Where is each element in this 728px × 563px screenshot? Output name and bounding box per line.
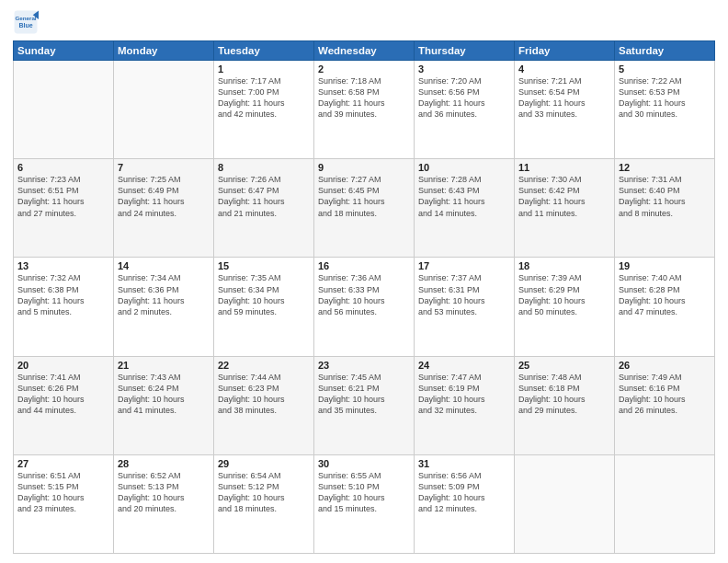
day-cell: 12Sunrise: 7:31 AM Sunset: 6:40 PM Dayli… xyxy=(615,159,715,258)
day-number: 25 xyxy=(518,360,610,371)
day-info: Sunrise: 6:52 AM Sunset: 5:13 PM Dayligh… xyxy=(118,470,210,515)
day-info: Sunrise: 7:25 AM Sunset: 6:49 PM Dayligh… xyxy=(118,174,210,219)
day-cell: 7Sunrise: 7:25 AM Sunset: 6:49 PM Daylig… xyxy=(114,159,214,258)
day-cell: 13Sunrise: 7:32 AM Sunset: 6:38 PM Dayli… xyxy=(14,258,114,356)
calendar-header: SundayMondayTuesdayWednesdayThursdayFrid… xyxy=(14,41,715,61)
day-cell: 20Sunrise: 7:41 AM Sunset: 6:26 PM Dayli… xyxy=(14,356,114,454)
day-info: Sunrise: 7:32 AM Sunset: 6:38 PM Dayligh… xyxy=(17,272,109,317)
day-cell: 28Sunrise: 6:52 AM Sunset: 5:13 PM Dayli… xyxy=(114,454,214,553)
calendar-body: 1Sunrise: 7:17 AM Sunset: 7:00 PM Daylig… xyxy=(14,61,715,554)
day-cell: 24Sunrise: 7:47 AM Sunset: 6:19 PM Dayli… xyxy=(415,356,515,454)
week-row-2: 6Sunrise: 7:23 AM Sunset: 6:51 PM Daylig… xyxy=(14,159,715,258)
day-cell: 26Sunrise: 7:49 AM Sunset: 6:16 PM Dayli… xyxy=(615,356,715,454)
day-info: Sunrise: 6:51 AM Sunset: 5:15 PM Dayligh… xyxy=(17,470,109,515)
day-number: 20 xyxy=(17,360,109,371)
day-cell: 6Sunrise: 7:23 AM Sunset: 6:51 PM Daylig… xyxy=(14,159,114,258)
day-info: Sunrise: 6:55 AM Sunset: 5:10 PM Dayligh… xyxy=(318,470,410,515)
day-info: Sunrise: 7:44 AM Sunset: 6:23 PM Dayligh… xyxy=(218,372,310,417)
day-number: 24 xyxy=(418,360,510,371)
day-cell: 29Sunrise: 6:54 AM Sunset: 5:12 PM Dayli… xyxy=(214,454,314,553)
day-info: Sunrise: 7:31 AM Sunset: 6:40 PM Dayligh… xyxy=(619,174,711,219)
day-cell: 27Sunrise: 6:51 AM Sunset: 5:15 PM Dayli… xyxy=(14,454,114,553)
day-cell: 19Sunrise: 7:40 AM Sunset: 6:28 PM Dayli… xyxy=(615,258,715,356)
calendar-table: SundayMondayTuesdayWednesdayThursdayFrid… xyxy=(13,40,715,554)
day-cell: 15Sunrise: 7:35 AM Sunset: 6:34 PM Dayli… xyxy=(214,258,314,356)
day-info: Sunrise: 7:43 AM Sunset: 6:24 PM Dayligh… xyxy=(118,372,210,417)
header-row: SundayMondayTuesdayWednesdayThursdayFrid… xyxy=(14,41,715,61)
day-cell xyxy=(515,454,615,553)
day-info: Sunrise: 7:28 AM Sunset: 6:43 PM Dayligh… xyxy=(418,174,510,219)
day-info: Sunrise: 7:36 AM Sunset: 6:33 PM Dayligh… xyxy=(318,272,410,317)
header-cell-sunday: Sunday xyxy=(14,41,114,61)
day-number: 3 xyxy=(418,63,510,75)
day-cell: 21Sunrise: 7:43 AM Sunset: 6:24 PM Dayli… xyxy=(114,356,214,454)
day-number: 27 xyxy=(17,458,109,469)
day-number: 5 xyxy=(619,63,711,75)
day-info: Sunrise: 7:23 AM Sunset: 6:51 PM Dayligh… xyxy=(17,174,109,219)
header-cell-wednesday: Wednesday xyxy=(314,41,415,61)
day-info: Sunrise: 7:41 AM Sunset: 6:26 PM Dayligh… xyxy=(17,372,109,417)
week-row-3: 13Sunrise: 7:32 AM Sunset: 6:38 PM Dayli… xyxy=(14,258,715,356)
header-cell-tuesday: Tuesday xyxy=(214,41,314,61)
day-cell xyxy=(14,61,114,159)
day-cell: 5Sunrise: 7:22 AM Sunset: 6:53 PM Daylig… xyxy=(615,61,715,159)
logo-icon: General Blue xyxy=(13,9,39,35)
day-info: Sunrise: 6:56 AM Sunset: 5:09 PM Dayligh… xyxy=(418,470,510,515)
svg-text:General: General xyxy=(15,15,36,21)
day-cell: 2Sunrise: 7:18 AM Sunset: 6:58 PM Daylig… xyxy=(314,61,415,159)
day-info: Sunrise: 7:26 AM Sunset: 6:47 PM Dayligh… xyxy=(218,174,310,219)
header-cell-monday: Monday xyxy=(114,41,214,61)
day-cell: 10Sunrise: 7:28 AM Sunset: 6:43 PM Dayli… xyxy=(415,159,515,258)
day-info: Sunrise: 7:47 AM Sunset: 6:19 PM Dayligh… xyxy=(418,372,510,417)
day-info: Sunrise: 6:54 AM Sunset: 5:12 PM Dayligh… xyxy=(218,470,310,515)
day-cell: 25Sunrise: 7:48 AM Sunset: 6:18 PM Dayli… xyxy=(515,356,615,454)
day-number: 15 xyxy=(218,260,310,271)
day-cell: 16Sunrise: 7:36 AM Sunset: 6:33 PM Dayli… xyxy=(314,258,415,356)
day-number: 4 xyxy=(518,63,610,75)
day-number: 8 xyxy=(218,162,310,173)
day-number: 22 xyxy=(218,360,310,371)
day-cell: 3Sunrise: 7:20 AM Sunset: 6:56 PM Daylig… xyxy=(415,61,515,159)
day-number: 12 xyxy=(619,162,711,173)
day-info: Sunrise: 7:17 AM Sunset: 7:00 PM Dayligh… xyxy=(218,75,310,121)
day-number: 2 xyxy=(318,63,410,75)
day-number: 23 xyxy=(318,360,410,371)
day-number: 16 xyxy=(318,260,410,271)
day-info: Sunrise: 7:37 AM Sunset: 6:31 PM Dayligh… xyxy=(418,272,510,317)
logo: General Blue xyxy=(13,9,42,35)
day-number: 30 xyxy=(318,458,410,469)
day-cell: 22Sunrise: 7:44 AM Sunset: 6:23 PM Dayli… xyxy=(214,356,314,454)
day-info: Sunrise: 7:48 AM Sunset: 6:18 PM Dayligh… xyxy=(518,372,610,417)
day-info: Sunrise: 7:27 AM Sunset: 6:45 PM Dayligh… xyxy=(318,174,410,219)
day-number: 9 xyxy=(318,162,410,173)
day-cell: 17Sunrise: 7:37 AM Sunset: 6:31 PM Dayli… xyxy=(415,258,515,356)
day-number: 19 xyxy=(619,260,711,271)
day-cell: 11Sunrise: 7:30 AM Sunset: 6:42 PM Dayli… xyxy=(515,159,615,258)
day-number: 11 xyxy=(518,162,610,173)
day-info: Sunrise: 7:39 AM Sunset: 6:29 PM Dayligh… xyxy=(518,272,610,317)
day-cell: 8Sunrise: 7:26 AM Sunset: 6:47 PM Daylig… xyxy=(214,159,314,258)
day-info: Sunrise: 7:21 AM Sunset: 6:54 PM Dayligh… xyxy=(518,75,610,121)
header-cell-friday: Friday xyxy=(515,41,615,61)
header-cell-saturday: Saturday xyxy=(615,41,715,61)
week-row-4: 20Sunrise: 7:41 AM Sunset: 6:26 PM Dayli… xyxy=(14,356,715,454)
header: General Blue xyxy=(13,9,715,35)
day-number: 1 xyxy=(218,63,310,75)
day-number: 28 xyxy=(118,458,210,469)
day-info: Sunrise: 7:35 AM Sunset: 6:34 PM Dayligh… xyxy=(218,272,310,317)
day-cell xyxy=(114,61,214,159)
day-number: 10 xyxy=(418,162,510,173)
day-cell: 14Sunrise: 7:34 AM Sunset: 6:36 PM Dayli… xyxy=(114,258,214,356)
page: General Blue SundayMondayTuesdayWednesda… xyxy=(0,0,728,563)
day-info: Sunrise: 7:18 AM Sunset: 6:58 PM Dayligh… xyxy=(318,75,410,121)
svg-text:Blue: Blue xyxy=(18,22,32,29)
day-info: Sunrise: 7:22 AM Sunset: 6:53 PM Dayligh… xyxy=(619,75,711,121)
day-info: Sunrise: 7:30 AM Sunset: 6:42 PM Dayligh… xyxy=(518,174,610,219)
day-number: 31 xyxy=(418,458,510,469)
day-number: 21 xyxy=(118,360,210,371)
day-info: Sunrise: 7:40 AM Sunset: 6:28 PM Dayligh… xyxy=(619,272,711,317)
week-row-5: 27Sunrise: 6:51 AM Sunset: 5:15 PM Dayli… xyxy=(14,454,715,553)
day-cell: 23Sunrise: 7:45 AM Sunset: 6:21 PM Dayli… xyxy=(314,356,415,454)
day-number: 18 xyxy=(518,260,610,271)
day-number: 17 xyxy=(418,260,510,271)
